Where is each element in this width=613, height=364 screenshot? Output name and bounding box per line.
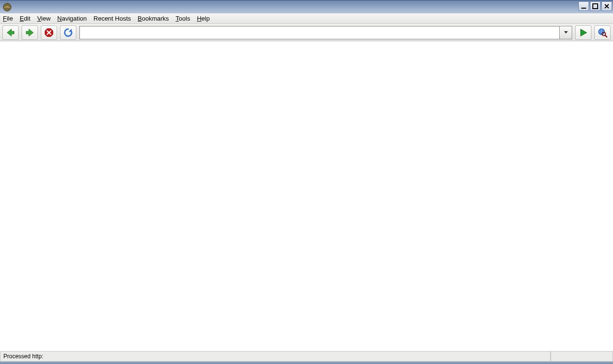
- arrow-left-icon: [5, 27, 16, 38]
- svg-rect-2: [581, 8, 586, 9]
- search-web-icon: [597, 27, 608, 38]
- statusbar: Processed http:: [0, 351, 613, 362]
- menu-navigation[interactable]: Navigation: [57, 14, 86, 23]
- minimize-button[interactable]: [578, 1, 589, 11]
- window-controls: [578, 1, 612, 11]
- close-button[interactable]: [601, 1, 612, 11]
- page-content: [0, 41, 613, 351]
- menubar: File Edit View Navigation Recent Hosts B…: [0, 13, 613, 24]
- menu-tools[interactable]: Tools: [176, 14, 190, 23]
- url-input[interactable]: [79, 26, 560, 39]
- menu-view[interactable]: View: [37, 14, 50, 23]
- stop-button[interactable]: [41, 25, 57, 40]
- reload-button[interactable]: [60, 25, 76, 40]
- toolbar: [0, 24, 613, 41]
- maximize-button[interactable]: [590, 1, 601, 11]
- status-text: Processed http:: [0, 352, 551, 362]
- menu-edit[interactable]: Edit: [20, 14, 30, 23]
- arrow-right-icon: [24, 27, 35, 38]
- menu-bookmarks[interactable]: Bookmarks: [138, 14, 169, 23]
- menu-help[interactable]: Help: [197, 14, 210, 23]
- reload-icon: [63, 27, 73, 38]
- window-frame-bottom: [0, 362, 613, 364]
- menu-file[interactable]: File: [3, 14, 13, 23]
- stop-icon: [44, 27, 54, 38]
- titlebar: [0, 0, 613, 13]
- app-icon: [2, 2, 12, 12]
- go-button[interactable]: [575, 25, 591, 40]
- go-icon: [578, 27, 589, 38]
- menu-recent-hosts[interactable]: Recent Hosts: [94, 14, 131, 23]
- search-button[interactable]: [594, 25, 611, 40]
- url-combo: [79, 26, 572, 39]
- url-dropdown-button[interactable]: [560, 26, 572, 39]
- svg-rect-3: [593, 4, 598, 9]
- status-tray: [551, 352, 613, 362]
- forward-button[interactable]: [22, 25, 38, 40]
- back-button[interactable]: [2, 25, 19, 40]
